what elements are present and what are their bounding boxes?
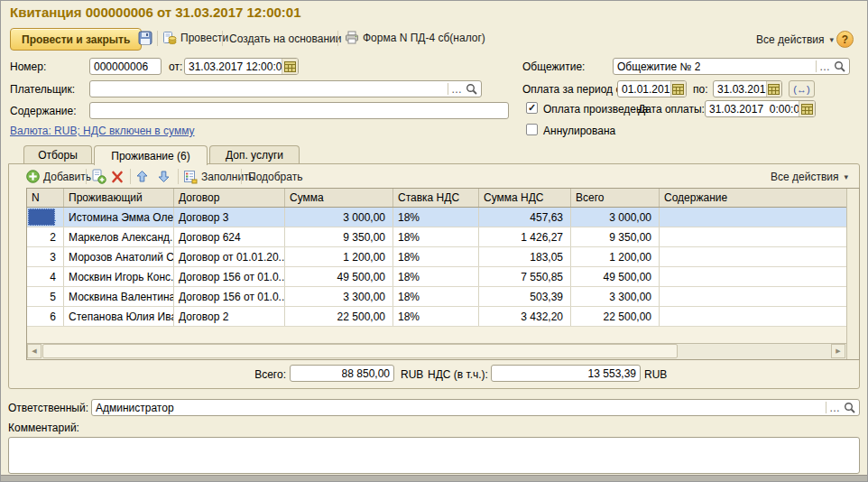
- payment-date-value: 31.03.2017 0:00:00: [709, 103, 799, 116]
- payment-date-field[interactable]: 31.03.2017 0:00:00: [705, 100, 816, 117]
- col-header-vat-sum[interactable]: Сумма НДС: [479, 189, 571, 207]
- calendar-button[interactable]: [799, 101, 815, 116]
- scroll-right-button[interactable]: ▶: [831, 344, 845, 358]
- all-actions-table-button[interactable]: Все действия ▾: [771, 171, 848, 183]
- post-button[interactable]: Провести: [162, 31, 228, 45]
- annulled-checkbox[interactable]: [526, 124, 538, 135]
- cell-total: 3 300,00: [571, 287, 660, 306]
- cell-vat-rate: 18%: [393, 307, 479, 326]
- payer-label: Плательщик:: [10, 83, 75, 96]
- window-bottom-edge: [1, 475, 867, 481]
- cell-resident: Морозов Анатолий С...: [64, 247, 174, 266]
- chevron-down-icon: ▾: [844, 172, 848, 181]
- calendar-button[interactable]: [282, 59, 298, 74]
- cell-vat-sum: 3 432,20: [479, 307, 571, 326]
- col-header-sum[interactable]: Сумма: [285, 189, 393, 207]
- add-row-button[interactable]: Добавить: [26, 170, 91, 183]
- fill-icon: [183, 170, 198, 184]
- table-row[interactable]: 3 Морозов Анатолий С... Договор от 01.01…: [27, 247, 846, 267]
- magnifier-icon[interactable]: [466, 83, 477, 95]
- col-header-vat-rate[interactable]: Ставка НДС: [393, 189, 479, 207]
- cell-vat-sum: 1 426,27: [479, 227, 571, 246]
- responsible-label: Ответственный:: [8, 402, 88, 414]
- paid-checkbox[interactable]: ✓: [526, 102, 538, 114]
- dormitory-value: Общежитие № 2: [617, 60, 700, 73]
- payer-field[interactable]: …: [89, 80, 482, 97]
- post-icon: [162, 31, 177, 45]
- cell-n: 4: [27, 267, 64, 286]
- dormitory-label: Общежитие:: [522, 60, 585, 73]
- cell-content: [660, 307, 846, 326]
- post-and-close-button[interactable]: Провести и закрыть: [10, 28, 142, 51]
- table-row[interactable]: 5 Москвина Валентина... Договор 156 от 0…: [27, 287, 846, 307]
- fill-button[interactable]: Заполнить: [183, 170, 254, 184]
- cell-n: 6: [27, 307, 64, 326]
- add-icon: [26, 170, 40, 183]
- paid-label: Оплата произведена: [543, 103, 648, 116]
- vat-total-label: НДС (в т.ч.):: [428, 368, 488, 381]
- help-icon: ?: [842, 33, 848, 46]
- range-icon: (↔): [793, 84, 809, 95]
- create-based-on-button[interactable]: Создать на основании ▾: [229, 32, 351, 45]
- cell-contract: Договор 156 от 01.0...: [174, 267, 285, 286]
- toolbar-separator: [222, 31, 223, 46]
- move-down-button[interactable]: [157, 170, 171, 186]
- form-pd4-button[interactable]: Форма N ПД-4 сб(налог): [345, 31, 485, 44]
- grand-total-currency: RUB: [401, 368, 423, 381]
- choose-button[interactable]: …: [829, 404, 841, 412]
- tab-filters[interactable]: Отборы: [23, 145, 92, 163]
- cell-contract: Договор 156 от 01.0...: [174, 287, 285, 306]
- dormitory-field[interactable]: Общежитие № 2 …: [613, 58, 850, 75]
- currency-link[interactable]: Валюта: RUB; НДС включен в сумму: [10, 125, 195, 137]
- table-row[interactable]: 4 Москвин Игорь Конс... Договор 156 от 0…: [27, 267, 846, 287]
- cell-total: 3 000,00: [571, 208, 660, 227]
- period-label: Оплата за период с:: [522, 83, 624, 96]
- magnifier-icon[interactable]: [834, 60, 845, 72]
- table-row[interactable]: 1 Истомина Эмма Оле... Договор 3 3 000,0…: [27, 208, 846, 227]
- choose-button[interactable]: …: [451, 86, 463, 93]
- delete-icon: [111, 171, 124, 183]
- date-field[interactable]: 31.03.2017 12:00:01: [184, 58, 299, 75]
- col-header-content[interactable]: Содержание: [660, 189, 846, 207]
- responsible-field[interactable]: Администратор …: [91, 399, 860, 416]
- help-button[interactable]: ?: [836, 31, 854, 48]
- cell-vat-sum: 183,05: [479, 247, 571, 266]
- move-up-button[interactable]: [135, 170, 149, 186]
- page-title: Квитанция 000000006 от 31.03.2017 12:00:…: [10, 5, 301, 20]
- period-to-field[interactable]: 31.03.2017: [713, 80, 782, 97]
- cell-resident: Истомина Эмма Оле...: [64, 208, 174, 227]
- table-row[interactable]: 2 Маркелов Александ... Договор 624 9 350…: [27, 227, 846, 247]
- col-header-contract[interactable]: Договор: [174, 189, 285, 207]
- number-field[interactable]: 000000006: [89, 58, 162, 75]
- col-header-n[interactable]: N: [27, 189, 64, 207]
- cell-resident: Москвина Валентина...: [64, 287, 174, 306]
- comment-textarea[interactable]: [8, 437, 860, 474]
- save-icon: [138, 31, 152, 45]
- vertical-scrollbar[interactable]: [846, 189, 859, 359]
- pick-label: Подобрать: [248, 171, 302, 183]
- scroll-left-button[interactable]: ◀: [27, 344, 42, 358]
- calendar-button[interactable]: [670, 81, 686, 97]
- save-button[interactable]: [138, 31, 152, 45]
- cell-content: [660, 247, 846, 266]
- copy-row-button[interactable]: [91, 169, 106, 187]
- grand-total-label: Всего:: [241, 368, 286, 381]
- all-actions-top-button[interactable]: Все действия ▾: [756, 33, 834, 46]
- content-field[interactable]: [89, 102, 509, 119]
- magnifier-icon[interactable]: [844, 402, 855, 413]
- cell-resident: Степанова Юлия Ива...: [64, 307, 174, 326]
- table-row[interactable]: 6 Степанова Юлия Ива... Договор 2 22 500…: [27, 307, 846, 327]
- scrollbar-thumb[interactable]: [42, 344, 678, 358]
- col-header-resident[interactable]: Проживающий: [64, 189, 174, 207]
- calendar-button[interactable]: [766, 81, 781, 97]
- tab-residence[interactable]: Проживание (6): [94, 145, 208, 165]
- tab-extra-services[interactable]: Доп. услуги: [209, 145, 300, 163]
- pick-button[interactable]: Подобрать: [248, 171, 302, 183]
- col-header-total[interactable]: Всего: [571, 189, 660, 207]
- horizontal-scrollbar[interactable]: ◀ ▶: [27, 343, 846, 359]
- delete-row-button[interactable]: [111, 171, 124, 186]
- focused-cell-marker: [28, 209, 55, 226]
- choose-button[interactable]: …: [819, 63, 831, 70]
- period-from-field[interactable]: 01.01.2017: [617, 80, 687, 97]
- period-range-button[interactable]: (↔): [789, 80, 815, 97]
